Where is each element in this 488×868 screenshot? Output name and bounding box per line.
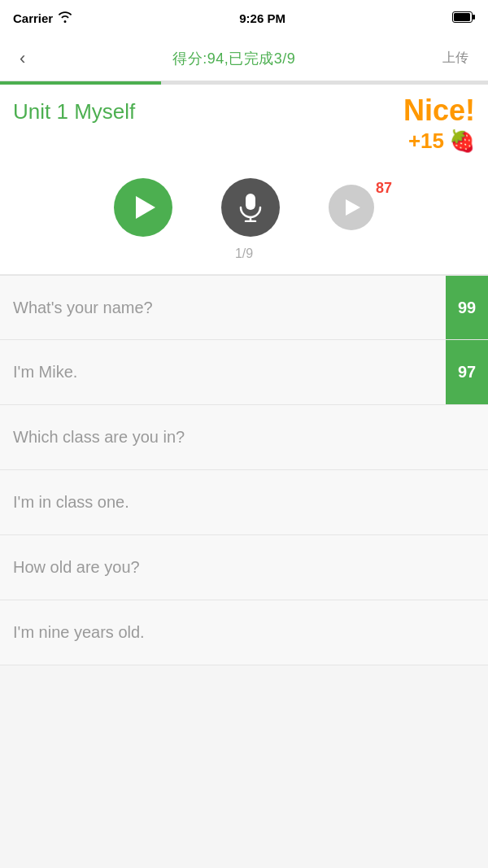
sentences-list: What's your name?99I'm Mike.97Which clas… bbox=[0, 275, 488, 665]
unit-title: Unit 1 Myself bbox=[13, 99, 135, 124]
strawberry-icon: 🍓 bbox=[449, 129, 475, 154]
play-icon bbox=[136, 196, 155, 219]
nice-block: Nice! +15 🍓 bbox=[403, 96, 475, 154]
battery-icon bbox=[452, 11, 475, 25]
sentence-item[interactable]: I'm Mike.97 bbox=[0, 340, 488, 405]
back-button[interactable]: ‹ bbox=[13, 41, 32, 76]
sentence-item[interactable]: I'm in class one. bbox=[0, 470, 488, 535]
carrier-label: Carrier bbox=[13, 11, 53, 25]
sentence-text: Which class are you in? bbox=[0, 405, 488, 469]
sentence-text: I'm nine years old. bbox=[0, 600, 488, 665]
play-button[interactable] bbox=[114, 178, 172, 237]
mic-button[interactable] bbox=[221, 178, 280, 237]
sentence-item[interactable]: What's your name?99 bbox=[0, 275, 488, 340]
status-bar: Carrier 9:26 PM bbox=[0, 0, 488, 36]
sentence-score-tag: 99 bbox=[446, 276, 488, 339]
svg-rect-3 bbox=[246, 194, 255, 210]
nav-title: 得分:94,已完成3/9 bbox=[172, 49, 295, 68]
points-row: +15 🍓 bbox=[403, 129, 475, 154]
sentence-item[interactable]: How old are you? bbox=[0, 535, 488, 600]
mic-icon bbox=[237, 193, 264, 222]
svg-rect-2 bbox=[454, 13, 470, 21]
svg-rect-1 bbox=[473, 15, 475, 20]
status-left: Carrier bbox=[13, 11, 72, 25]
time-label: 9:26 PM bbox=[239, 11, 285, 25]
sentence-text: I'm in class one. bbox=[0, 470, 488, 534]
counter-text: 1/9 bbox=[235, 246, 253, 261]
header-section: Unit 1 Myself Nice! +15 🍓 bbox=[0, 85, 488, 162]
sentence-item[interactable]: I'm nine years old. bbox=[0, 600, 488, 665]
playback-button[interactable] bbox=[329, 185, 374, 230]
sentence-text: How old are you? bbox=[0, 535, 488, 600]
wifi-icon bbox=[58, 11, 72, 25]
playback-score: 87 bbox=[376, 180, 392, 197]
controls-section: 87 1/9 bbox=[0, 162, 488, 275]
sentence-score-tag: 97 bbox=[446, 340, 488, 404]
sentence-text: I'm Mike. bbox=[0, 340, 446, 404]
nav-bar: ‹ 得分:94,已完成3/9 上传 bbox=[0, 36, 488, 81]
nice-label: Nice! bbox=[403, 96, 475, 125]
upload-button[interactable]: 上传 bbox=[436, 43, 475, 73]
controls-row: 87 bbox=[114, 178, 374, 237]
playback-icon bbox=[346, 199, 360, 216]
playback-wrap: 87 bbox=[329, 185, 374, 230]
points-label: +15 bbox=[408, 129, 444, 154]
sentence-text: What's your name? bbox=[0, 276, 446, 339]
sentence-item[interactable]: Which class are you in? bbox=[0, 405, 488, 470]
